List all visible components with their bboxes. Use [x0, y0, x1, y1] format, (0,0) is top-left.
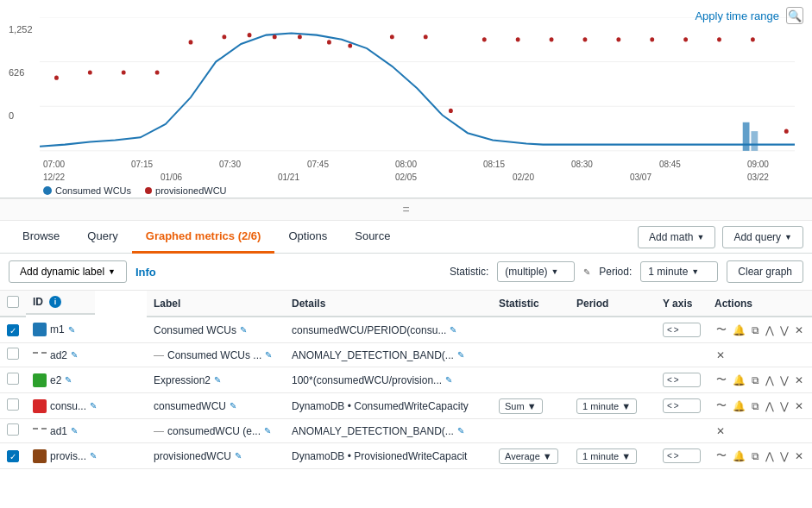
id-edit-icon[interactable]: ✎ — [90, 401, 97, 411]
remove-icon[interactable]: ✕ — [714, 424, 727, 438]
svg-point-10 — [248, 33, 252, 37]
date-label: 02/20 — [513, 172, 534, 182]
add-query-button[interactable]: Add query ▼ — [722, 226, 803, 248]
period-select[interactable]: 1 minute ▼ — [640, 261, 718, 282]
time-label: 07:15 — [131, 160, 153, 169]
remove-icon[interactable]: ✕ — [793, 373, 805, 387]
copy-icon[interactable]: ⧉ — [750, 373, 761, 387]
copy-icon[interactable]: ⧉ — [750, 399, 761, 413]
tab-query[interactable]: Query — [73, 221, 131, 254]
id-edit-icon[interactable]: ✎ — [71, 350, 78, 360]
row-details-cell: DynamoDB • ConsumedWriteCapacity — [285, 393, 492, 419]
bell-icon[interactable]: 🔔 — [731, 449, 747, 463]
copy-icon[interactable]: ⧉ — [750, 449, 761, 463]
remove-icon[interactable]: ✕ — [793, 449, 805, 463]
tab-source[interactable]: Source — [341, 221, 404, 254]
chevron-down-icon[interactable]: ⋁ — [778, 373, 790, 387]
row-checkbox[interactable] — [7, 324, 19, 336]
row-actions-cell: ✕ — [708, 343, 812, 367]
row-actions-cell: 〜 🔔 ⧉ ⋀ ⋁ ✕ — [708, 393, 812, 419]
yaxis-selector[interactable]: < > — [663, 398, 701, 413]
sparkline-icon[interactable]: 〜 — [714, 448, 728, 464]
zoom-icon[interactable]: 🔍 — [786, 7, 803, 24]
details-edit-icon[interactable]: ✎ — [457, 426, 464, 436]
details-edit-icon[interactable]: ✎ — [457, 350, 464, 360]
yaxis-selector[interactable]: < > — [663, 448, 701, 463]
chevron-up-icon[interactable]: ⋀ — [764, 399, 776, 413]
sparkline-icon[interactable]: 〜 — [714, 398, 728, 414]
remove-icon[interactable]: ✕ — [793, 399, 805, 413]
id-edit-icon[interactable]: ✎ — [65, 375, 72, 385]
color-swatch-dashed[interactable] — [33, 428, 47, 436]
row-label-cell: consumedWCU ✎ — [147, 393, 285, 419]
color-swatch[interactable] — [33, 449, 47, 463]
chevron-down-icon[interactable]: ⋁ — [778, 449, 790, 463]
time-label: 08:30 — [571, 160, 593, 169]
statistic-row-arrow-icon: ▼ — [543, 451, 552, 461]
bell-icon[interactable]: 🔔 — [731, 373, 747, 387]
details-edit-icon[interactable]: ✎ — [445, 375, 452, 385]
remove-icon[interactable]: ✕ — [793, 323, 805, 337]
yaxis-selector[interactable]: < > — [663, 373, 701, 387]
statistic-row-select[interactable]: Average ▼ — [499, 448, 558, 464]
statistic-select[interactable]: (multiple) ▼ — [497, 261, 575, 282]
id-edit-icon[interactable]: ✎ — [71, 426, 78, 436]
add-dynamic-label-button[interactable]: Add dynamic label ▼ — [9, 260, 127, 283]
select-all-checkbox[interactable] — [7, 296, 19, 308]
color-swatch[interactable] — [33, 373, 47, 387]
label-edit-icon[interactable]: ✎ — [230, 401, 236, 411]
row-checkbox[interactable] — [7, 348, 19, 360]
apply-time-range-link[interactable]: Apply time range — [695, 9, 779, 22]
chevron-up-icon[interactable]: ⋀ — [764, 449, 776, 463]
label-edit-icon[interactable]: ✎ — [235, 451, 242, 461]
color-swatch-dashed[interactable] — [33, 352, 47, 361]
time-axis: 07:00 07:15 07:30 07:45 08:00 08:15 08:3… — [9, 158, 803, 169]
statistic-row-select[interactable]: Sum ▼ — [499, 398, 543, 414]
info-link[interactable]: Info — [135, 266, 156, 279]
copy-icon[interactable]: ⧉ — [750, 323, 761, 337]
panel-divider[interactable]: = — [0, 198, 812, 221]
label-edit-icon[interactable]: ✎ — [265, 350, 272, 360]
row-checkbox[interactable] — [7, 450, 19, 462]
sparkline-icon[interactable]: 〜 — [714, 372, 728, 388]
row-checkbox[interactable] — [7, 373, 19, 385]
id-edit-icon[interactable]: ✎ — [68, 325, 75, 335]
bell-icon[interactable]: 🔔 — [731, 323, 747, 337]
period-row-select[interactable]: 1 minute ▼ — [576, 448, 637, 464]
table-row: provis... ✎ provisionedWCU ✎ DynamoDB • … — [0, 443, 812, 469]
color-swatch[interactable] — [33, 323, 47, 336]
chevron-down-icon[interactable]: ⋁ — [778, 323, 790, 337]
row-checkbox[interactable] — [7, 398, 19, 411]
time-label: 07:00 — [43, 160, 65, 169]
tab-options[interactable]: Options — [274, 221, 341, 254]
chevron-up-icon[interactable]: ⋀ — [764, 323, 776, 337]
yaxis-selector[interactable]: < > — [663, 323, 701, 337]
row-actions-cell: 〜 🔔 ⧉ ⋀ ⋁ ✕ — [708, 443, 812, 469]
label-edit-icon[interactable]: ✎ — [240, 325, 247, 335]
details-edit-icon[interactable]: ✎ — [450, 325, 456, 335]
legend-color-blue — [43, 186, 52, 195]
row-statistic-cell: Sum ▼ — [492, 393, 570, 419]
id-edit-icon[interactable]: ✎ — [90, 451, 97, 461]
tab-browse[interactable]: Browse — [9, 221, 73, 254]
period-label: Period: — [599, 266, 632, 278]
statistic-edit-icon[interactable]: ✎ — [583, 267, 590, 277]
action-icons: ✕ — [714, 424, 805, 438]
row-actions-cell: 〜 🔔 ⧉ ⋀ ⋁ ✕ — [708, 317, 812, 343]
period-row-select[interactable]: 1 minute ▼ — [576, 398, 637, 414]
th-yaxis: Y axis — [656, 291, 708, 317]
id-info-icon[interactable]: i — [49, 296, 61, 308]
color-swatch[interactable] — [33, 399, 47, 413]
bell-icon[interactable]: 🔔 — [731, 399, 747, 413]
tab-graphed-metrics[interactable]: Graphed metrics (2/6) — [132, 221, 275, 254]
chevron-down-icon[interactable]: ⋁ — [778, 399, 790, 413]
clear-graph-button[interactable]: Clear graph — [727, 260, 803, 283]
statistic-row-arrow-icon: ▼ — [527, 401, 537, 411]
label-edit-icon[interactable]: ✎ — [264, 426, 271, 436]
chevron-up-icon[interactable]: ⋀ — [764, 373, 776, 387]
add-math-button[interactable]: Add math ▼ — [638, 226, 715, 248]
sparkline-icon[interactable]: 〜 — [714, 322, 728, 338]
label-edit-icon[interactable]: ✎ — [214, 375, 221, 385]
row-checkbox[interactable] — [7, 423, 19, 436]
remove-icon[interactable]: ✕ — [714, 348, 727, 362]
